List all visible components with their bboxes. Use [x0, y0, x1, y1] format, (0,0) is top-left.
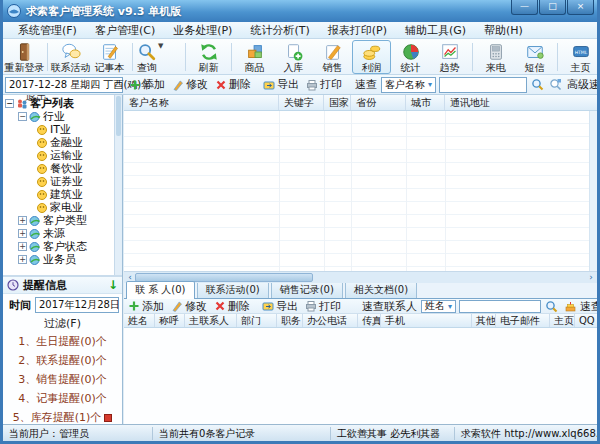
reminder-item-stock[interactable]: 5、库存提醒(1)个 — [3, 408, 122, 424]
customer-add-button[interactable]: 添加 — [129, 77, 165, 92]
homepage-button[interactable]: HTML 主页 — [561, 40, 600, 74]
expand-icon[interactable]: + — [18, 216, 27, 225]
col-fax[interactable]: 传真 — [358, 314, 381, 327]
menu-tools[interactable]: 辅助工具(G) — [396, 23, 475, 38]
tab-related-docs[interactable]: 相关文档(0) — [345, 281, 417, 298]
tab-sales-records[interactable]: 销售记录(0) — [271, 281, 343, 298]
refresh-button[interactable]: 刷新 — [189, 40, 228, 74]
customer-print-button[interactable]: 打印 — [306, 77, 342, 92]
reminder-item-sales[interactable]: 3、销售提醒(0)个 — [3, 370, 122, 389]
tab-contact-activity[interactable]: 联系活动(0) — [197, 281, 269, 298]
menu-business[interactable]: 业务处理(P) — [164, 23, 241, 38]
reminder-title: 提醒信息 — [23, 278, 67, 293]
reminder-item-note[interactable]: 4、记事提醒(0)个 — [3, 389, 122, 408]
reminder-filter-button[interactable]: 过滤(F) — [3, 316, 122, 332]
trend-button[interactable]: 趋势 — [430, 40, 469, 74]
customer-delete-button[interactable]: 删除 — [215, 77, 251, 92]
column-header-city[interactable]: 城市 — [406, 95, 445, 110]
quick-search-input[interactable] — [439, 77, 527, 93]
tree-scrollbar[interactable] — [114, 95, 122, 275]
column-header-keyword[interactable]: 关键字 — [279, 95, 324, 110]
statistics-button[interactable]: 统计 — [391, 40, 430, 74]
expand-icon[interactable]: + — [18, 229, 27, 238]
column-header-country[interactable]: 国家 — [324, 95, 351, 110]
expand-icon[interactable]: + — [18, 255, 27, 264]
quick-search-field-select[interactable]: 客户名称 ▾ — [381, 77, 436, 93]
col-office-phone[interactable]: 办公电话 — [303, 314, 358, 327]
toolbar-separator — [231, 43, 232, 71]
contact-edit-button[interactable]: 修改 — [171, 299, 207, 314]
export-folder-icon — [263, 79, 275, 91]
col-department[interactable]: 部门 — [237, 314, 277, 327]
quick-search-go-button[interactable] — [531, 78, 544, 91]
sms-button[interactable]: 短信 — [515, 40, 554, 74]
contact-grid-body[interactable] — [124, 328, 597, 424]
arrow-down-icon[interactable]: ↓ — [108, 278, 118, 292]
menu-customer[interactable]: 客户管理(C) — [86, 23, 164, 38]
collapse-icon[interactable]: − — [5, 99, 14, 108]
notebook-button[interactable]: 记事本 — [90, 40, 129, 74]
column-header-province[interactable]: 省份 — [351, 95, 406, 110]
advanced-search-link[interactable]: 高级速查 — [567, 77, 597, 92]
query-button[interactable]: 查询 ▼ — [136, 40, 182, 74]
customer-grid-body[interactable] — [124, 111, 597, 271]
profit-button[interactable]: 利润 — [352, 40, 391, 74]
reminder-date-value: 2017年12月28日 — [39, 298, 120, 312]
birthday-search-button[interactable] — [564, 300, 577, 313]
col-other[interactable]: 其他 — [472, 314, 496, 327]
collapse-icon[interactable]: − — [18, 112, 27, 121]
customer-grid-hscrollbar[interactable]: ‹ › — [124, 271, 597, 283]
app-window: 求索客户管理系统 v9.3 单机版 — □ × 系统管理(F) 客户管理(C) … — [0, 0, 600, 444]
close-button[interactable]: × — [567, 0, 594, 15]
contact-print-button[interactable]: 打印 — [305, 299, 341, 314]
contact-delete-button[interactable]: 删除 — [214, 299, 250, 314]
col-email[interactable]: 电子邮件 — [496, 314, 550, 327]
col-name[interactable]: 姓名 — [124, 314, 155, 327]
sales-button[interactable]: 销售 — [313, 40, 352, 74]
stock-in-button[interactable]: 入库 — [274, 40, 313, 74]
tab-contacts[interactable]: 联 系 人(0) — [126, 281, 195, 299]
col-mobile[interactable]: 手机 — [381, 314, 472, 327]
contact-quick-search-input[interactable] — [459, 300, 541, 313]
customer-edit-button[interactable]: 修改 — [172, 77, 208, 92]
goods-button[interactable]: 商品 — [235, 40, 274, 74]
incoming-call-button[interactable]: 来电 — [476, 40, 515, 74]
col-salutation[interactable]: 称呼 — [155, 314, 185, 327]
menu-help[interactable]: 帮助(H) — [475, 23, 532, 38]
query-label: 查询 — [137, 62, 157, 74]
reminder-item-contact[interactable]: 2、联系提醒(0)个 — [3, 351, 122, 370]
menu-system[interactable]: 系统管理(F) — [9, 23, 86, 38]
contact-quick-field-select[interactable]: 姓名 ▾ — [421, 300, 456, 313]
globe-category-icon — [29, 228, 41, 240]
contact-add-button[interactable]: 添加 — [128, 299, 164, 314]
query-dropdown-arrow-icon[interactable]: ▼ — [158, 42, 163, 50]
tree-node-salesman[interactable]: + 业务员 — [3, 253, 114, 266]
contact-search-go-button[interactable] — [545, 300, 558, 313]
customer-grid-vscrollbar[interactable] — [589, 111, 597, 271]
menu-report[interactable]: 报表打印(P) — [319, 23, 396, 38]
contact-export-button[interactable]: 导出 — [262, 299, 298, 314]
col-qq[interactable]: QQ — [575, 314, 597, 327]
column-header-address[interactable]: 通讯地址 — [445, 95, 597, 110]
contact-grid-header: 姓名 称呼 主联系人 部门 职务 办公电话 传真 手机 其他 电子邮件 主页 Q… — [124, 314, 597, 328]
birthday-search-label[interactable]: 速查生 — [580, 299, 597, 314]
reminder-item-birthday[interactable]: 1、生日提醒(0)个 — [3, 332, 122, 351]
col-homepage[interactable]: 主页 — [550, 314, 575, 327]
reminder-time-label: 时间 — [9, 298, 31, 313]
maximize-button[interactable]: □ — [539, 0, 566, 15]
expand-icon[interactable]: + — [18, 242, 27, 251]
coin-icon — [36, 202, 48, 214]
globe-category-icon — [29, 241, 41, 253]
profit-coins-icon — [362, 42, 382, 62]
customer-export-button[interactable]: 导出 — [263, 77, 299, 92]
minimize-button[interactable]: — — [511, 0, 538, 15]
contact-activity-button[interactable]: 联系活动 — [51, 40, 90, 74]
reminder-date-select[interactable]: 2017年12月28日 ▾ — [35, 297, 119, 313]
relogin-button[interactable]: 重新登录 — [5, 40, 44, 74]
menu-statistics[interactable]: 统计分析(T) — [241, 23, 318, 38]
col-position[interactable]: 职务 — [277, 314, 303, 327]
scroll-right-icon[interactable]: › — [585, 272, 597, 283]
column-header-customer-name[interactable]: 客户名称 — [124, 95, 279, 110]
advanced-search-icon-button[interactable] — [549, 78, 562, 91]
col-main-contact[interactable]: 主联系人 — [185, 314, 237, 327]
